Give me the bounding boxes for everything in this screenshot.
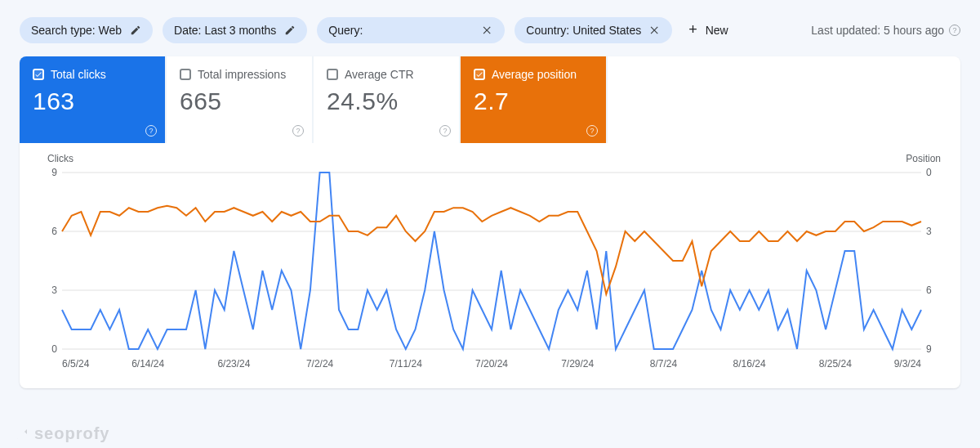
metric-label: Average CTR (345, 68, 414, 81)
checkbox-icon (180, 69, 191, 80)
help-icon[interactable]: ? (439, 125, 451, 137)
checkbox-icon (327, 69, 338, 80)
svg-text:7/11/24: 7/11/24 (390, 358, 422, 370)
last-updated: Last updated: 5 hours ago ? (811, 24, 960, 37)
metric-value: 24.5% (327, 87, 446, 115)
svg-text:9: 9 (51, 168, 57, 178)
svg-text:6/5/24: 6/5/24 (62, 358, 90, 370)
pencil-icon[interactable] (284, 25, 296, 36)
y-axis-left-label: Clicks (47, 153, 74, 164)
svg-text:7/29/24: 7/29/24 (561, 358, 594, 370)
svg-text:6: 6 (51, 226, 57, 237)
performance-card: Total clicks 163 ? Total impressions 665… (20, 56, 960, 388)
help-icon[interactable]: ? (292, 125, 304, 137)
svg-text:9: 9 (926, 343, 932, 355)
filter-chip-country[interactable]: Country: United States (514, 17, 672, 43)
svg-text:0: 0 (926, 168, 932, 178)
chip-label: Date: Last 3 months (174, 24, 276, 37)
metric-value: 2.7 (474, 87, 593, 115)
new-filter-button[interactable]: + New (682, 15, 735, 45)
checkbox-icon (474, 69, 485, 80)
plus-icon: + (688, 21, 697, 38)
chip-label: Search type: Web (31, 24, 122, 37)
svg-text:0: 0 (51, 343, 57, 355)
svg-text:8/7/24: 8/7/24 (650, 358, 678, 370)
metric-row: Total clicks 163 ? Total impressions 665… (20, 56, 960, 143)
filter-bar: Search type: Web Date: Last 3 months Que… (0, 0, 980, 56)
pencil-icon[interactable] (130, 25, 141, 36)
metric-total-impressions[interactable]: Total impressions 665 ? (167, 56, 314, 143)
help-icon[interactable]: ? (145, 125, 157, 137)
metric-label: Total clicks (51, 68, 106, 81)
filter-chip-search-type[interactable]: Search type: Web (20, 17, 153, 43)
metric-total-clicks[interactable]: Total clicks 163 ? (20, 56, 167, 143)
svg-text:6: 6 (926, 284, 932, 296)
metric-average-position[interactable]: Average position 2.7 ? (461, 56, 608, 143)
metric-value: 665 (180, 87, 299, 115)
svg-text:7/20/24: 7/20/24 (475, 358, 508, 370)
chip-label: Country: United States (526, 24, 641, 37)
metric-average-ctr[interactable]: Average CTR 24.5% ? (314, 56, 461, 143)
chart-area: Clicks Position 036903696/5/246/14/246/2… (20, 143, 960, 388)
close-icon[interactable] (482, 25, 493, 36)
checkbox-icon (33, 69, 44, 80)
help-icon[interactable]: ? (949, 25, 960, 36)
svg-text:9/3/24: 9/3/24 (894, 358, 922, 370)
svg-text:8/25/24: 8/25/24 (819, 358, 852, 370)
filter-chip-date[interactable]: Date: Last 3 months (163, 17, 307, 43)
line-chart: 036903696/5/246/14/246/23/247/2/247/11/2… (47, 168, 941, 372)
watermark: seoprofy (15, 424, 109, 443)
metric-label: Average position (492, 68, 577, 81)
y-axis-right-label: Position (906, 153, 941, 164)
new-label: New (706, 24, 728, 37)
close-icon[interactable] (649, 25, 661, 36)
svg-text:6/23/24: 6/23/24 (217, 358, 250, 370)
svg-text:6/14/24: 6/14/24 (131, 358, 164, 370)
metric-label: Total impressions (198, 68, 286, 81)
svg-text:7/2/24: 7/2/24 (306, 358, 334, 370)
svg-text:8/16/24: 8/16/24 (733, 358, 766, 370)
svg-text:3: 3 (926, 226, 932, 237)
filter-chip-query[interactable]: Query: (317, 17, 505, 43)
chip-label: Query: (328, 24, 363, 37)
metric-value: 163 (33, 87, 152, 115)
svg-text:3: 3 (51, 284, 57, 296)
help-icon[interactable]: ? (586, 125, 598, 137)
